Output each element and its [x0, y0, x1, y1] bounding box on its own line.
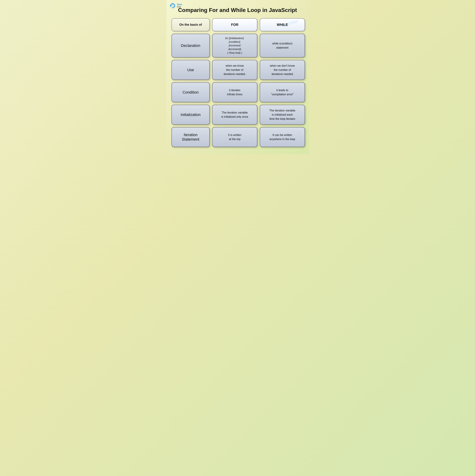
logo-icon: [169, 2, 176, 9]
row-declaration-basis: Declaration: [171, 34, 210, 57]
row-iteration-while: It can be writtenanywhere in the loop: [260, 127, 305, 147]
row-initialization-basis: Initialization: [171, 105, 210, 125]
header-for: FOR: [212, 18, 257, 31]
row-initialization-while: The iteration variableis initialized eac…: [260, 105, 305, 125]
logo: Data Flair: [169, 2, 182, 9]
row-use-basis: Use: [171, 60, 210, 80]
comparison-table: On the basis of FOR WHILE Declaration fo…: [171, 18, 304, 147]
row-condition-basis: Condition: [171, 82, 210, 102]
row-iteration-basis: IterationStatement: [171, 127, 210, 147]
row-initialization-for: The iteration variableis initialized onl…: [212, 105, 257, 125]
row-declaration-for: for ([initialization];[condition];[incre…: [212, 34, 257, 57]
header-while: WHILE: [260, 18, 305, 31]
row-condition-for: it iteratesinfinite times: [212, 82, 257, 102]
row-iteration-for: It is writtenat the top: [212, 127, 257, 147]
row-use-while: when we don't knowthe number ofiteration…: [260, 60, 305, 80]
header-basis: On the basis of: [171, 18, 210, 31]
logo-text: Data Flair: [177, 3, 182, 8]
logo-flair-label: Flair: [177, 6, 182, 8]
main-container: Data Flair Data Flair Comparing For and …: [166, 0, 309, 154]
row-condition-while: it leads to"compilation error": [260, 82, 305, 102]
logo-data-label: Data: [177, 3, 182, 6]
row-declaration-while: while (condition)statement: [260, 34, 305, 57]
svg-point-1: [170, 5, 171, 6]
page-title: Comparing For and While Loop in JavaScri…: [171, 7, 304, 13]
row-use-for: when we knowthe number ofiterations need…: [212, 60, 257, 80]
svg-point-2: [172, 3, 173, 4]
